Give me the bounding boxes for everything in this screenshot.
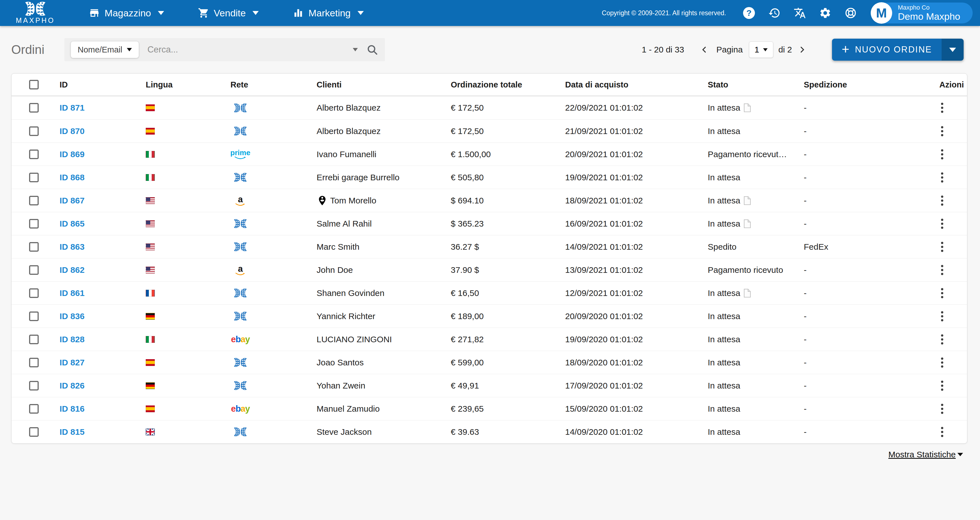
row-actions-kebab-icon[interactable] <box>939 147 945 161</box>
shipping-value: - <box>804 265 923 275</box>
row-checkbox[interactable] <box>29 173 39 182</box>
row-checkbox[interactable] <box>29 149 39 159</box>
shipping-value: - <box>804 289 923 298</box>
order-id-link[interactable]: ID 828 <box>60 335 84 344</box>
shipping-value: - <box>804 196 923 205</box>
menu-marketing[interactable]: Marketing <box>293 7 363 19</box>
order-id-link[interactable]: ID 826 <box>60 381 84 390</box>
order-id-link[interactable]: ID 862 <box>60 265 84 275</box>
order-id-link[interactable]: ID 867 <box>60 196 84 205</box>
language-flag-icon <box>146 382 155 389</box>
row-checkbox[interactable] <box>29 103 39 113</box>
row-checkbox[interactable] <box>29 242 39 252</box>
purchase-date: 13/09/2021 01:01:02 <box>565 265 708 275</box>
order-id-link[interactable]: ID 868 <box>60 173 84 182</box>
row-actions-kebab-icon[interactable] <box>939 425 945 439</box>
order-id-link[interactable]: ID 836 <box>60 311 84 321</box>
search-options-caret-icon[interactable] <box>353 48 358 51</box>
order-id-link[interactable]: ID 863 <box>60 242 84 252</box>
copyright-text: Copyright © 2009-2021. All rights reserv… <box>602 9 726 17</box>
row-checkbox[interactable] <box>29 381 39 390</box>
new-order-dropdown-button[interactable] <box>942 39 964 61</box>
show-statistics-link[interactable]: Mostra Statistiche <box>888 450 963 459</box>
row-checkbox[interactable] <box>29 335 39 344</box>
status-text: In attesa <box>708 427 740 437</box>
menu-label: Vendite <box>214 8 246 19</box>
maxpho-network-icon <box>233 242 247 251</box>
document-icon <box>744 289 751 298</box>
support-icon[interactable] <box>844 6 857 19</box>
language-flag-icon <box>146 266 155 273</box>
row-actions-kebab-icon[interactable] <box>939 402 945 415</box>
row-actions-kebab-icon[interactable] <box>939 194 945 208</box>
translate-icon[interactable] <box>793 6 806 19</box>
ebay-letter: y <box>245 335 250 344</box>
page-number-select[interactable]: 1 <box>749 41 773 58</box>
menu-magazzino[interactable]: Magazzino <box>89 7 164 19</box>
order-total: $ 694.10 <box>451 196 565 205</box>
language-flag-icon <box>146 174 155 181</box>
row-checkbox[interactable] <box>29 404 39 414</box>
table-row: ID 867 a Tom Morello $ 694.10 18/09/2021… <box>11 189 967 212</box>
status-text: Pagamento ricevut… <box>708 149 787 159</box>
row-actions-kebab-icon[interactable] <box>939 124 945 138</box>
table-row: ID 827 Joao Santos € 599,00 18/09/2020 0… <box>11 351 967 374</box>
client-name: Ivano Fumanelli <box>317 149 377 159</box>
row-actions-kebab-icon[interactable] <box>939 309 945 323</box>
network-icon <box>231 103 250 113</box>
prev-page-icon[interactable] <box>700 46 709 54</box>
new-order-button[interactable]: + NUOVO ORDINE <box>832 39 942 61</box>
row-actions-kebab-icon[interactable] <box>939 171 945 184</box>
order-id-link[interactable]: ID 870 <box>60 127 84 136</box>
row-checkbox[interactable] <box>29 358 39 367</box>
maxpho-logo[interactable]: MAXPHO <box>16 2 55 25</box>
history-icon[interactable] <box>768 6 781 19</box>
status-text: In attesa <box>708 103 740 113</box>
select-all-checkbox[interactable] <box>29 80 39 89</box>
row-checkbox[interactable] <box>29 311 39 321</box>
order-id-link[interactable]: ID 869 <box>60 149 84 159</box>
document-icon <box>744 103 751 112</box>
row-actions-kebab-icon[interactable] <box>939 240 945 254</box>
row-actions-kebab-icon[interactable] <box>939 356 945 369</box>
row-actions-kebab-icon[interactable] <box>939 379 945 392</box>
order-id-link[interactable]: ID 815 <box>60 427 84 437</box>
settings-gear-icon[interactable] <box>819 6 832 19</box>
row-actions-kebab-icon[interactable] <box>939 217 945 230</box>
row-actions-kebab-icon[interactable] <box>939 333 945 346</box>
show-statistics-label: Mostra Statistiche <box>888 450 956 459</box>
order-total: € 505,80 <box>451 173 565 182</box>
purchase-date: 20/09/2020 01:01:02 <box>565 311 708 321</box>
next-page-icon[interactable] <box>797 46 806 54</box>
row-actions-kebab-icon[interactable] <box>939 263 945 277</box>
row-checkbox[interactable] <box>29 196 39 205</box>
search-input[interactable] <box>148 44 350 55</box>
ebay-network-icon: ebay <box>231 404 250 414</box>
shipping-value: - <box>804 173 923 182</box>
row-actions-kebab-icon[interactable] <box>939 286 945 300</box>
order-id-link[interactable]: ID 827 <box>60 358 84 367</box>
order-id-link[interactable]: ID 865 <box>60 219 84 228</box>
row-checkbox[interactable] <box>29 219 39 228</box>
help-icon[interactable]: ? <box>743 6 756 19</box>
search-filter-dropdown[interactable]: Nome/Email <box>71 41 139 58</box>
chevron-down-icon <box>958 453 963 456</box>
row-checkbox[interactable] <box>29 127 39 136</box>
row-actions-kebab-icon[interactable] <box>939 101 945 114</box>
row-checkbox[interactable] <box>29 427 39 437</box>
order-id-link[interactable]: ID 816 <box>60 404 84 414</box>
chevron-down-icon <box>158 11 164 15</box>
order-id-link[interactable]: ID 871 <box>60 103 84 113</box>
order-id-link[interactable]: ID 861 <box>60 289 84 298</box>
search-button[interactable] <box>366 44 378 55</box>
row-checkbox[interactable] <box>29 289 39 298</box>
language-flag-icon <box>146 244 155 250</box>
table-row: ID 815 Steve Jackson € 39.63 14/09/2020 … <box>11 420 967 443</box>
menu-vendite[interactable]: Vendite <box>198 7 259 19</box>
row-checkbox[interactable] <box>29 265 39 275</box>
account-chip[interactable]: M Maxpho Co Demo Maxpho <box>871 3 973 24</box>
shipping-value: - <box>804 311 923 321</box>
chevron-down-icon <box>127 48 132 51</box>
purchase-date: 21/09/2021 01:01:02 <box>565 127 708 136</box>
order-total: € 271,82 <box>451 335 565 344</box>
